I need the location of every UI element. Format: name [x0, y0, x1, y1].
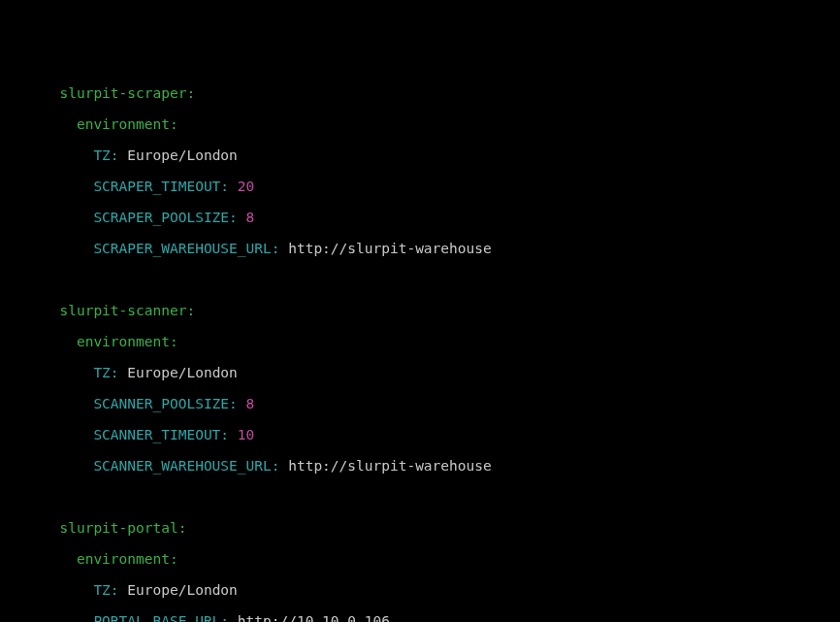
yaml-line: TZ: Europe/London	[0, 365, 840, 380]
yaml-line: environment:	[0, 116, 840, 132]
yaml-line: PORTAL_BASE_URL: http://10.10.0.106	[0, 613, 840, 622]
yaml-line: SCANNER_POOLSIZE: 8	[0, 396, 840, 411]
yaml-line: slurpit-scanner:	[0, 303, 840, 318]
yaml-line: slurpit-scraper:	[0, 85, 840, 101]
blank-line	[0, 489, 840, 505]
yaml-line: environment:	[0, 334, 840, 349]
yaml-line: SCRAPER_POOLSIZE: 8	[0, 210, 840, 225]
yaml-line: SCRAPER_TIMEOUT: 20	[0, 179, 840, 194]
yaml-line: SCANNER_WAREHOUSE_URL: http://slurpit-wa…	[0, 458, 840, 474]
yaml-line: slurpit-portal:	[0, 520, 840, 536]
yaml-line: SCANNER_TIMEOUT: 10	[0, 427, 840, 442]
yaml-line: TZ: Europe/London	[0, 582, 840, 598]
yaml-line: TZ: Europe/London	[0, 147, 840, 163]
yaml-line: environment:	[0, 551, 840, 567]
yaml-line: SCRAPER_WAREHOUSE_URL: http://slurpit-wa…	[0, 241, 840, 256]
blank-line	[0, 272, 840, 287]
terminal[interactable]: slurpit-scraper: environment: TZ: Europe…	[0, 70, 840, 622]
